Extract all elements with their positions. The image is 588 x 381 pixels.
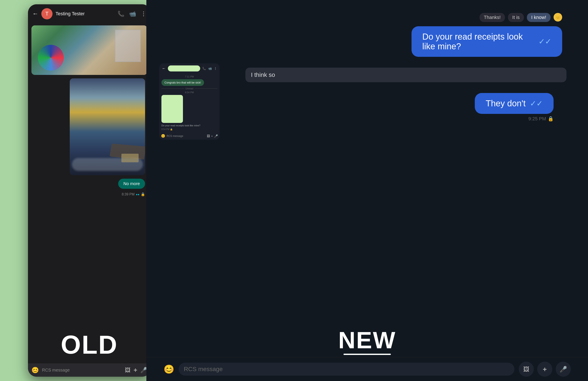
more-icon[interactable]: ⋮ [141,11,146,17]
new-action-buttons: 🖼 + 🎤 [519,362,571,377]
new-bottom-bar: 😊 RCS message 🖼 + 🎤 [146,357,588,381]
inner-phone: ← 📞 📹 ⋮ 7:11 PM Congrats bro that will b… [159,63,220,140]
old-label: OLD [61,330,118,360]
back-arrow-icon[interactable]: ← [32,10,38,17]
inner-emoji-btn[interactable]: 😊 [161,134,165,138]
inner-header-icons: 📞 📹 ⋮ [202,67,217,70]
msg-time-old: 8:39 PM ●● 🔒 [122,192,145,196]
congrats-bubble: Congrats bro that will be sick! [161,79,204,86]
old-content: No more 8:39 PM ●● 🔒 [28,23,151,198]
inner-phone-icon[interactable]: 📞 [202,67,206,70]
top-right: Thanks! It is I know! 😊 Do your read rec… [412,13,562,57]
they-dont-time: 9:25 PM 🔒 [528,116,554,122]
time-854: 8:54 PM [161,91,217,94]
new-label-underline [343,354,391,355]
image-sculpture [31,25,147,75]
inner-add-btn[interactable]: + [211,134,213,138]
image-airplane [70,78,145,175]
rcs-icon: ●● [136,193,140,196]
voice-button-new[interactable]: 🎤 [556,362,571,377]
right-chat-area: I think so They don't ✓✓ 9:25 PM 🔒 [237,63,575,126]
emoji-button-new[interactable]: 😊 [164,364,174,374]
inner-image-thumb [161,95,183,123]
emoji-button-old[interactable]: 😊 [31,367,39,374]
they-dont-check-icon: ✓✓ [530,99,543,108]
rcs-input-old[interactable]: RCS message [42,368,122,373]
unread-divider: Unread [161,87,217,90]
top-section: Thanks! It is I know! 😊 Do your read rec… [146,0,588,63]
chip-i-know[interactable]: I know! [527,13,550,22]
add-button-old[interactable]: + [133,366,137,374]
inner-action-icons: 🖼 + 🎤 [207,134,218,138]
voice-icon-new: 🎤 [560,366,567,373]
inner-rcs-input[interactable]: RCS message [167,134,206,138]
check-icon: ✓✓ [539,37,551,46]
i-think-so-bubble: I think so [245,68,567,82]
chip-it-is[interactable]: It is [508,13,524,22]
receipt-meta: 8:54 PM 🔒 [161,128,173,130]
avatar: T [41,8,53,19]
inner-contact-pill [168,65,200,71]
header-actions: 📞 📹 ⋮ [118,11,146,17]
rcs-input-new[interactable]: RCS message [179,363,514,376]
gallery-icon-new: 🖼 [523,366,529,373]
lock-icon-old: 🔒 [141,192,145,196]
bubble-no-more: No more [118,179,145,189]
old-header: ← T Testing Tester 📞 📹 ⋮ [28,4,151,23]
quick-reply-chips: Thanks! It is I know! 😊 [480,13,562,22]
they-dont-section: They don't ✓✓ 9:25 PM 🔒 [237,89,575,126]
old-input-bar: 😊 RCS message 🖼 + 🎤 [28,363,151,377]
new-label: NEW [338,327,396,353]
inner-input-bar: 😊 RCS message 🖼 + 🎤 [159,132,220,140]
layout: ← T Testing Tester 📞 📹 ⋮ [0,0,588,381]
inner-phone-header: ← 📞 📹 ⋮ [159,63,220,74]
gallery-button-new[interactable]: 🖼 [519,362,534,377]
add-button-new[interactable]: + [537,362,552,377]
inner-gallery-btn[interactable]: 🖼 [207,134,210,138]
middle-section: ← 📞 📹 ⋮ 7:11 PM Congrats bro that will b… [146,63,588,326]
time-711: 7:11 PM [161,75,217,78]
inner-chat: 7:11 PM Congrats bro that will be sick! … [159,74,220,132]
old-panel: ← T Testing Tester 📞 📹 ⋮ [28,4,151,377]
chip-thanks[interactable]: Thanks! [480,13,505,22]
contact-name: Testing Tester [56,11,114,17]
new-label-container: NEW [146,326,588,357]
they-dont-bubble: They don't ✓✓ [475,93,554,114]
inner-voice-btn[interactable]: 🎤 [214,134,218,138]
inner-more-icon[interactable]: ⋮ [214,67,217,70]
they-dont-lock-icon: 🔒 [548,116,554,122]
inner-back-icon[interactable]: ← [162,66,166,71]
gallery-button-old[interactable]: 🖼 [125,367,130,374]
video-icon[interactable]: 📹 [129,11,136,17]
receipt-msg-text: Do your read receipts look like mine? [161,124,200,127]
phone-icon[interactable]: 📞 [118,11,125,17]
add-icon-new: + [543,365,547,373]
user-avatar-chip: 😊 [554,13,562,21]
new-panel: Thanks! It is I know! 😊 Do your read rec… [146,0,588,381]
inner-video-icon[interactable]: 📹 [208,67,212,70]
read-receipt-bubble: Do your read receipts look like mine? ✓✓ [412,26,562,57]
